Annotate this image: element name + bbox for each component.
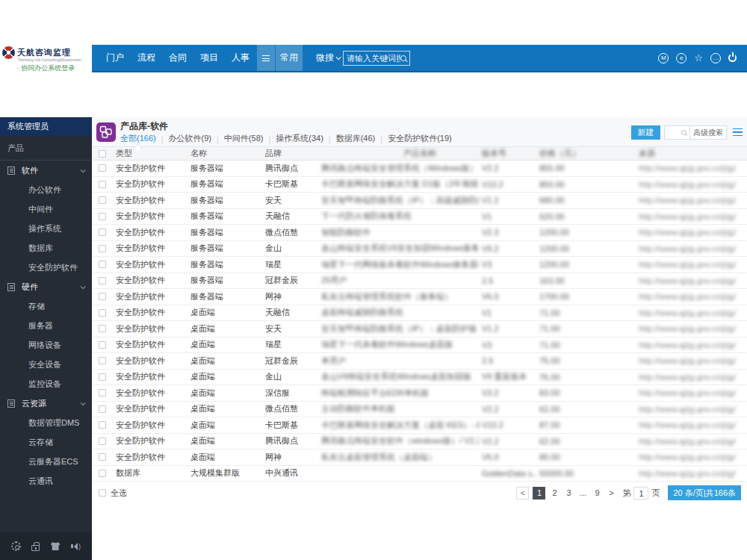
cell-brand: 瑞星	[262, 259, 318, 270]
theme-shirt-icon[interactable]	[51, 542, 61, 550]
advanced-search-button[interactable]: 高级搜索	[689, 126, 726, 139]
cell-brand: 腾讯御点	[262, 435, 318, 447]
row-checkbox[interactable]	[99, 421, 106, 429]
filter-tab-1[interactable]: 办公软件(9)	[169, 133, 211, 146]
row-checkbox[interactable]	[99, 293, 106, 300]
power-logout-icon[interactable]	[728, 54, 737, 62]
speaker-icon[interactable]: )	[71, 543, 81, 550]
cell-price: 71.00	[536, 308, 636, 317]
sidebar-item-0-4[interactable]: 安全防护软件	[0, 258, 92, 277]
sidebar-item-2-2[interactable]: 云服务器ECS	[0, 452, 92, 471]
filter-tab-2[interactable]: 中间件(58)	[224, 133, 264, 146]
select-all[interactable]: 全选	[99, 488, 127, 499]
table-search-input[interactable]	[665, 126, 681, 139]
sidebar-item-1-0[interactable]: 存储	[0, 296, 92, 316]
page-size-summary[interactable]: 20 条/页|共166条	[668, 485, 741, 500]
new-button[interactable]: 新建	[631, 125, 660, 140]
lock-screen-icon[interactable]	[31, 545, 40, 551]
favorites-star-icon[interactable]: ☆	[694, 52, 703, 63]
filter-tab-0[interactable]: 全部(166)	[120, 133, 156, 146]
row-checkbox[interactable]	[99, 277, 106, 284]
cell-brand: 深信服	[262, 388, 318, 399]
page-button-1[interactable]: 1	[533, 487, 545, 500]
nav-item-pinned[interactable]: 常用	[276, 45, 303, 71]
nav-item-3[interactable]: 项目	[193, 52, 225, 64]
next-page-button[interactable]: >	[606, 487, 616, 500]
filter-tab-5[interactable]: 安全防护软件(19)	[388, 133, 452, 146]
page-numbers: 123...9	[533, 487, 602, 500]
sidebar-item-1-1[interactable]: 服务器	[0, 316, 92, 335]
sidebar-item-2-3[interactable]: 云通讯	[0, 471, 92, 491]
nav-item-4[interactable]: 人事	[225, 52, 256, 64]
table-search-icon[interactable]	[681, 130, 686, 135]
sidebar-item-1-4[interactable]: 监控设备	[0, 374, 92, 393]
nav-menu-toggle[interactable]	[257, 45, 275, 71]
oa-login-link[interactable]: · 协同办公系统登录	[2, 63, 90, 73]
row-checkbox[interactable]	[99, 261, 106, 268]
row-checkbox[interactable]	[99, 389, 106, 396]
row-checkbox[interactable]	[99, 373, 106, 381]
cell-type: 安全防护软件	[113, 323, 187, 335]
cell-description: 腾讯御点终端安全软件（windows版）/ V2.2	[318, 435, 479, 447]
sidebar-item-0-2[interactable]: 操作系统	[0, 219, 92, 238]
row-checkbox[interactable]	[99, 453, 106, 461]
prev-page-button[interactable]: <	[516, 487, 529, 500]
page-button-2[interactable]: 2	[549, 487, 560, 500]
list-view-icon[interactable]	[733, 128, 743, 137]
row-checkbox[interactable]	[99, 325, 106, 332]
sidebar-section-1[interactable]: 硬件	[0, 277, 92, 296]
row-checkbox[interactable]	[99, 309, 106, 317]
page-button-...[interactable]: ...	[577, 487, 588, 500]
page-button-3[interactable]: 3	[563, 487, 574, 500]
sidebar-item-0-1[interactable]: 中间件	[0, 199, 92, 219]
cell-description: 卡巴斯基网络安全解决方案 D1版（2年期授权维保）...	[318, 178, 479, 190]
sidebar-module-product[interactable]: 产品	[0, 136, 92, 160]
nav-item-1[interactable]: 流程	[131, 52, 162, 64]
sidebar-item-2-1[interactable]: 云存储	[0, 432, 92, 452]
chevron-down-icon	[81, 167, 86, 172]
row-checkbox[interactable]	[99, 213, 106, 220]
row-checkbox[interactable]	[99, 181, 106, 188]
search-icon[interactable]	[400, 55, 406, 61]
email-e-icon[interactable]: e	[676, 53, 686, 63]
row-checkbox[interactable]	[99, 196, 106, 204]
page-button-9[interactable]: 9	[592, 487, 602, 500]
cell-version: V10.2	[479, 420, 536, 429]
cell-description: 单用户	[318, 355, 479, 367]
filter-tab-4[interactable]: 数据库(46)	[336, 133, 376, 146]
search-scope-dropdown[interactable]: 微搜	[316, 52, 340, 64]
sidebar-item-0-3[interactable]: 数据库	[0, 238, 92, 258]
sidebar-section-2[interactable]: 云资源	[0, 393, 92, 413]
messenger-m-icon[interactable]: M	[658, 53, 669, 63]
settings-gear-icon[interactable]	[11, 541, 21, 551]
row-checkbox[interactable]	[99, 228, 106, 236]
filter-tab-3[interactable]: 操作系统(34)	[276, 133, 323, 146]
sidebar-section-0[interactable]: 软件	[0, 161, 92, 180]
row-checkbox[interactable]	[99, 357, 106, 364]
more-options-icon[interactable]: …	[710, 53, 721, 63]
cell-source: http://www.qjrjg.gov.cn/jrjg/	[636, 420, 747, 429]
row-checkbox-cell	[92, 309, 113, 317]
header-checkbox[interactable]	[99, 150, 106, 158]
row-checkbox[interactable]	[99, 405, 106, 413]
sidebar-item-1-3[interactable]: 安全设备	[0, 355, 92, 374]
select-all-checkbox[interactable]	[99, 489, 106, 497]
row-checkbox-cell	[92, 213, 113, 220]
cell-type: 安全防护软件	[113, 227, 187, 238]
sidebar-section-label: 云资源	[22, 398, 46, 409]
search-input[interactable]	[347, 54, 400, 63]
row-checkbox[interactable]	[99, 341, 106, 349]
table-row-15: 安全防护软件桌面端微点佰慧主动防御软件单机版V2.262.00http://ww…	[92, 402, 747, 418]
row-checkbox[interactable]	[99, 438, 106, 445]
sidebar-item-2-0[interactable]: 数据管理DMS	[0, 413, 92, 432]
row-checkbox[interactable]	[99, 245, 106, 252]
nav-item-0[interactable]: 门户	[99, 52, 131, 64]
sidebar-item-1-2[interactable]: 网络设备	[0, 335, 92, 355]
row-checkbox[interactable]	[99, 164, 106, 172]
sidebar-item-0-0[interactable]: 办公软件	[0, 180, 92, 199]
column-header-6: 来源	[636, 148, 747, 159]
nav-item-2[interactable]: 合同	[162, 52, 193, 64]
row-checkbox[interactable]	[99, 470, 106, 477]
jump-page-input[interactable]: 1	[633, 487, 648, 500]
cell-type: 安全防护软件	[113, 420, 187, 431]
